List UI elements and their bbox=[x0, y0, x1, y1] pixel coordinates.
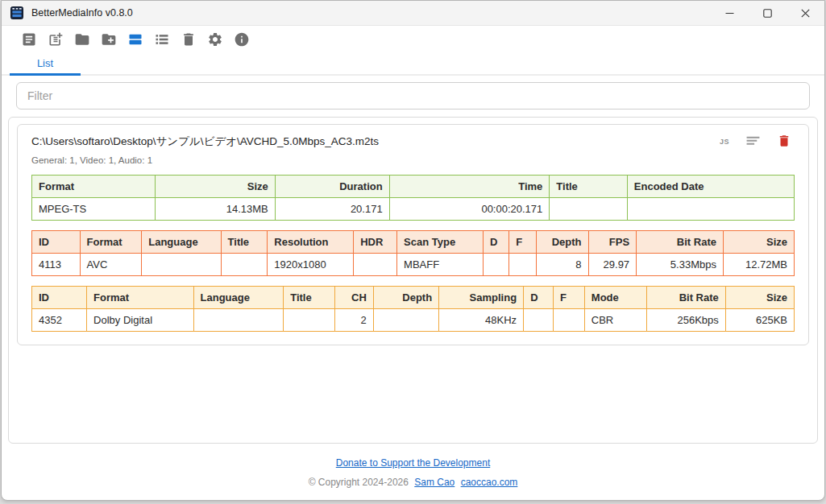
main-content: C:\Users\softaro\Desktop\サンプル\ビデオ\AVCHD_… bbox=[2, 76, 824, 500]
general-col-encoded-date: Encoded Date bbox=[627, 176, 794, 198]
add-folder-button[interactable] bbox=[100, 31, 117, 48]
video-cell-bit-rate: 5.33Mbps bbox=[637, 254, 724, 276]
general-stream-table: FormatSizeDurationTimeTitleEncoded DateM… bbox=[31, 175, 795, 221]
audio-col-mode: Mode bbox=[584, 287, 647, 309]
video-col-hdr: HDR bbox=[354, 231, 397, 254]
video-data-row: 4113AVC 1920x1080 MBAFF 829.975.33Mbps12… bbox=[32, 254, 795, 276]
video-stream-table: IDFormatLanguageTitleResolutionHDRScan T… bbox=[31, 230, 795, 276]
video-col-bit-rate: Bit Rate bbox=[637, 231, 724, 254]
window-title: BetterMediaInfo v0.8.0 bbox=[31, 7, 133, 19]
footer: Donate to Support the Development © Copy… bbox=[8, 444, 818, 500]
general-col-duration: Duration bbox=[275, 176, 389, 198]
audio-col-language: Language bbox=[193, 287, 284, 309]
video-col-language: Language bbox=[142, 231, 221, 254]
folder-icon bbox=[74, 31, 90, 48]
audio-stream-table: IDFormatLanguageTitleCHDepthSamplingDFMo… bbox=[31, 286, 795, 332]
audio-cell-d bbox=[524, 309, 554, 332]
list-view-button[interactable] bbox=[127, 31, 143, 48]
audio-col-sampling: Sampling bbox=[439, 287, 524, 309]
general-data-row: MPEG-TS14.13MB20.17100:00:20.171 bbox=[32, 198, 795, 221]
maximize-button[interactable] bbox=[749, 1, 787, 25]
info-icon bbox=[234, 31, 250, 48]
text-lines-icon bbox=[745, 133, 761, 151]
audio-header-row: IDFormatLanguageTitleCHDepthSamplingDFMo… bbox=[32, 287, 795, 309]
author-link[interactable]: Sam Cao bbox=[414, 477, 455, 488]
close-button[interactable] bbox=[787, 1, 824, 25]
file-add-icon bbox=[48, 31, 64, 48]
video-col-resolution: Resolution bbox=[268, 231, 354, 254]
video-cell-hdr bbox=[354, 254, 397, 276]
audio-col-depth: Depth bbox=[373, 287, 438, 309]
audio-cell-size: 625KB bbox=[725, 309, 794, 332]
video-col-id: ID bbox=[32, 231, 81, 254]
video-cell-size: 12.72MB bbox=[723, 254, 794, 276]
file-actions: JS bbox=[720, 133, 795, 151]
audio-col-bit-rate: Bit Rate bbox=[647, 287, 725, 309]
audio-col-title: Title bbox=[284, 287, 335, 309]
file-path: C:\Users\softaro\Desktop\サンプル\ビデオ\AVCHD_… bbox=[31, 134, 720, 149]
audio-cell-title bbox=[284, 309, 335, 332]
audio-col-f: F bbox=[554, 287, 585, 309]
site-link[interactable]: caoccao.com bbox=[461, 477, 518, 488]
donate-link[interactable]: Donate to Support the Development bbox=[336, 457, 490, 469]
article-icon bbox=[21, 31, 37, 48]
audio-cell-bit-rate: 256Kbps bbox=[647, 309, 725, 332]
open-files-button[interactable] bbox=[20, 31, 37, 48]
general-col-format: Format bbox=[32, 176, 156, 198]
general-col-time: Time bbox=[389, 176, 550, 198]
video-cell-format: AVC bbox=[80, 254, 142, 276]
audio-cell-language bbox=[193, 309, 284, 332]
audio-cell-f bbox=[554, 309, 585, 332]
settings-button[interactable] bbox=[206, 31, 223, 48]
video-cell-depth: 8 bbox=[537, 254, 588, 276]
minimize-button[interactable] bbox=[711, 1, 749, 25]
stream-tables: FormatSizeDurationTimeTitleEncoded DateM… bbox=[31, 175, 795, 332]
tab-list[interactable]: List bbox=[10, 52, 81, 74]
add-files-button[interactable] bbox=[47, 31, 64, 48]
general-cell-duration: 20.171 bbox=[275, 198, 389, 221]
filter-input[interactable] bbox=[16, 82, 810, 109]
stream-count-summary: General: 1, Video: 1, Audio: 1 bbox=[31, 155, 795, 165]
copyright-text: © Copyright 2024-2026 bbox=[309, 477, 409, 488]
audio-col-d: D bbox=[524, 287, 554, 309]
gear-icon bbox=[207, 31, 223, 48]
app-window: BetterMediaInfo v0.8.0 List C:\Users\sof… bbox=[1, 0, 825, 501]
video-col-size: Size bbox=[723, 231, 794, 254]
video-col-title: Title bbox=[221, 231, 268, 254]
general-cell-size: 14.13MB bbox=[156, 198, 276, 221]
audio-data-row: 4352Dolby Digital 2 48KHz CBR256Kbps625K… bbox=[32, 309, 795, 332]
toolbar bbox=[2, 26, 824, 52]
rows-icon bbox=[127, 31, 143, 48]
audio-col-size: Size bbox=[725, 287, 794, 309]
summary-button[interactable] bbox=[745, 133, 761, 151]
audio-col-format: Format bbox=[87, 287, 193, 309]
remove-file-button[interactable] bbox=[777, 134, 791, 151]
window-controls bbox=[711, 1, 824, 25]
open-folder-button[interactable] bbox=[73, 31, 90, 48]
copyright-line: © Copyright 2024-2026 Sam Cao caoccao.co… bbox=[8, 477, 818, 488]
detail-view-button[interactable] bbox=[153, 31, 170, 48]
video-cell-f bbox=[509, 254, 537, 276]
folder-add-icon bbox=[101, 31, 117, 48]
video-cell-id: 4113 bbox=[32, 254, 81, 276]
list-details-icon bbox=[154, 31, 170, 48]
about-button[interactable] bbox=[233, 31, 250, 48]
video-col-fps: FPS bbox=[588, 231, 637, 254]
general-col-title: Title bbox=[550, 176, 627, 198]
general-cell-time: 00:00:20.171 bbox=[389, 198, 550, 221]
video-col-f: F bbox=[509, 231, 537, 254]
trash-icon bbox=[777, 134, 791, 151]
general-cell-format: MPEG-TS bbox=[32, 198, 156, 221]
export-json-button[interactable]: JS bbox=[720, 138, 729, 146]
audio-cell-mode: CBR bbox=[584, 309, 647, 332]
video-cell-fps: 29.97 bbox=[588, 254, 637, 276]
clear-all-button[interactable] bbox=[180, 31, 197, 48]
general-cell-title bbox=[550, 198, 627, 221]
general-cell-encoded-date bbox=[627, 198, 794, 221]
video-cell-title bbox=[221, 254, 268, 276]
app-logo-icon bbox=[10, 6, 23, 19]
video-col-depth: Depth bbox=[537, 231, 588, 254]
video-col-d: D bbox=[484, 231, 509, 254]
file-list-panel: C:\Users\softaro\Desktop\サンプル\ビデオ\AVCHD_… bbox=[8, 117, 818, 444]
audio-cell-id: 4352 bbox=[32, 309, 87, 332]
